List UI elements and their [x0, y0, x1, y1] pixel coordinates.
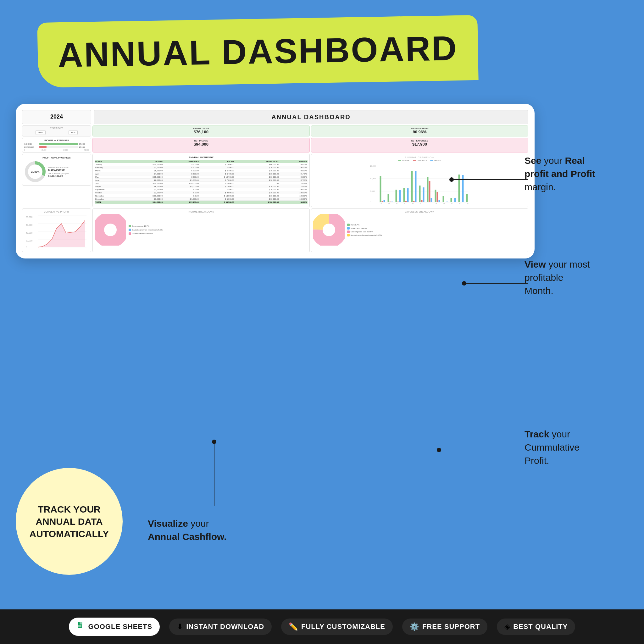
svg-rect-24 — [415, 171, 417, 202]
profit-goal-donut: 31.88% — [24, 161, 46, 183]
callout-cumulative: Track yourCummulativeProfit. — [525, 428, 631, 467]
net-expenses-value: $17,900 — [313, 142, 526, 147]
ao-cell: $ 2,000.00 — [128, 191, 163, 194]
ie-box: INCOME vs EXPENSES INCOME 94,000 EXPENSE… — [22, 138, 91, 153]
income-legend-item-1: Commissions 13.7% — [129, 225, 308, 227]
cumulative-profit-title: CUMULATIVE PROFIT — [24, 211, 89, 213]
badge-download-text: INSTANT DOWNLOAD — [186, 623, 264, 631]
ao-cell: $ 10,000.00 — [235, 194, 279, 197]
svg-text:Feb: Feb — [387, 202, 390, 204]
profit-loss-box: PROFIT / LOSS $76,100 — [92, 125, 310, 136]
ao-cell: $ 10,000.00 — [128, 163, 163, 166]
ao-cell: $ 13,000.00 — [128, 194, 163, 197]
ao-cell: 100.00% — [279, 191, 308, 194]
ao-cell: August — [95, 185, 128, 188]
table-row: November$ 13,000.00$ 0.00$ 13,000.00$ 10… — [95, 194, 308, 197]
download-icon: ⬇ — [177, 622, 183, 631]
year-label: 2024 — [24, 112, 90, 122]
svg-text:Feb: Feb — [41, 248, 44, 249]
ao-cell: $ 600.00 — [163, 172, 199, 175]
bottom-charts-row: CUMULATIVE PROFIT 80,000 60,000 40,000 2… — [22, 208, 528, 252]
donut-label: 31.88% — [31, 170, 39, 173]
start-date-box: START DATE 2024 JAN — [22, 125, 91, 136]
expenses-breakdown-title: EXPENSES BREAKDOWN — [313, 211, 526, 213]
ao-cell: 100.00% — [279, 197, 308, 201]
svg-text:Jun: Jun — [418, 203, 421, 204]
badge-google-sheets[interactable]: Google Sheets — [69, 618, 160, 636]
badge-best-quality[interactable]: ◈ BEST QUALITY — [497, 619, 575, 635]
table-row: February$ 3,000.00$ 200.00$ 300.00$ 10,0… — [95, 166, 308, 169]
expenses-bar-row: EXPENSES 17,900 — [24, 146, 89, 148]
svg-text:Nov: Nov — [458, 202, 461, 204]
badge-free-support[interactable]: ⚙️ FREE SUPPORT — [402, 619, 487, 635]
annual-overview-inner: ANNUAL OVERVIEW MONTH INCOME EXPENSES PR… — [92, 154, 310, 207]
income-bar-track — [39, 143, 78, 145]
svg-rect-34 — [443, 196, 444, 202]
ao-cell: $ 10,000.00 — [235, 188, 279, 191]
table-row: January$ 10,000.00$ 500.00$ 1,000.00$ 80… — [95, 163, 308, 166]
income-legend: Commissions 13.7% Capital gains from inv… — [129, 225, 308, 235]
svg-rect-10 — [380, 176, 381, 202]
legend-capital-text: Capital gains from investments 5.3% — [132, 229, 163, 231]
ao-cell: $ 5,700.00 — [199, 169, 235, 172]
badge-google-sheets-text: Google Sheets — [88, 623, 153, 631]
cashflow-legend: INCOME EXPENSES PROFIT — [313, 160, 526, 162]
ao-cell: $ 10,000.00 — [235, 197, 279, 201]
svg-rect-11 — [382, 201, 383, 202]
ao-total-cell: $ 190,000.00 — [235, 201, 279, 204]
connector-dot-monthly — [462, 281, 466, 286]
ao-cell: $ 2,000.00 — [199, 182, 235, 185]
ao-cell: $ 6,000.00 — [128, 169, 163, 172]
table-row: September$ 3,000.00$ 0.00$ 300.00$ 10,00… — [95, 188, 308, 191]
legend-income-label: INCOME — [402, 160, 410, 162]
svg-rect-90 — [80, 622, 82, 625]
svg-text:0: 0 — [26, 246, 27, 248]
ao-cell: $ 500.00 — [163, 163, 199, 166]
ao-cell: $ 3,000.00 — [128, 166, 163, 169]
ao-cell: $ 10,000.00 — [163, 182, 199, 185]
ao-cell: $ 10,000.00 — [235, 172, 279, 175]
income-legend-item-3: Revenue from sales 80% — [129, 232, 308, 235]
ao-cell: $ 5,000.00 — [163, 185, 199, 188]
ao-cell: 100.00% — [279, 194, 308, 197]
legend-rent-text: Rent 6.7% — [351, 224, 359, 226]
ao-cell: $ 1,000.00 — [163, 179, 199, 182]
visualize-text: Visualize yourAnnual Cashflow. — [148, 517, 274, 543]
expenses-label: EXPENSES — [24, 146, 38, 148]
svg-rect-12 — [384, 200, 385, 202]
income-bar-fill — [39, 143, 78, 145]
svg-text:Sep: Sep — [74, 248, 78, 249]
yellow-circle: TRACK YOURANNUAL DATAAUTOMATICALLY — [16, 468, 123, 575]
legend-square-marketing — [347, 234, 350, 236]
svg-text:Aug: Aug — [434, 202, 437, 204]
ao-cell: $ 200.00 — [163, 166, 199, 169]
expenses-bar-fill — [39, 146, 47, 148]
profit-goal-content: 31.88% ANNUAL PROFIT GOAL $ 190,000.00 L… — [24, 161, 89, 183]
visualize-callout: Visualize yourAnnual Cashflow. — [148, 517, 274, 543]
badge-customizable[interactable]: ✏️ FULLY CUSTOMIZABLE — [281, 619, 393, 635]
net-income-box: NET INCOME $94,000 — [92, 138, 310, 153]
connector-line-visualize-v — [214, 443, 214, 506]
annual-overview-table: MONTH INCOME EXPENSES PROFIT PROFIT GOAL… — [95, 160, 308, 204]
ao-cell: October — [95, 191, 128, 194]
ao-cell: $ 1,800.00 — [163, 197, 199, 201]
ao-cell: 98.00% — [279, 175, 308, 179]
table-row: August$ 6,000.00$ 5,000.00$ 1,000.00$ 10… — [95, 185, 308, 188]
dashboard-title-cell: ANNUAL DASHBOARD — [94, 110, 528, 124]
ao-cell: $ 10,000.00 — [235, 175, 279, 179]
svg-text:Jul: Jul — [426, 203, 429, 204]
quality-icon: ◈ — [504, 622, 510, 631]
net-income-label: NET INCOME — [94, 140, 308, 142]
ao-cell: $ 1,000.00 — [199, 163, 235, 166]
svg-rect-33 — [439, 200, 440, 202]
ao-cell: 16.67% — [279, 185, 308, 188]
ao-cell: $ 3,000.00 — [128, 188, 163, 191]
profit-margin-value: 80.96% — [313, 130, 526, 134]
legend-marketing-text: Marketing and advertisements 20.5% — [351, 234, 382, 236]
svg-text:80,000: 80,000 — [26, 216, 33, 218]
svg-rect-39 — [454, 198, 456, 202]
badge-instant-download[interactable]: ⬇ INSTANT DOWNLOAD — [169, 619, 272, 635]
badge-customizable-text: FULLY CUSTOMIZABLE — [301, 623, 385, 631]
ao-cell: $ 10,000.00 — [235, 179, 279, 182]
callout-view-bold: View — [525, 259, 546, 269]
